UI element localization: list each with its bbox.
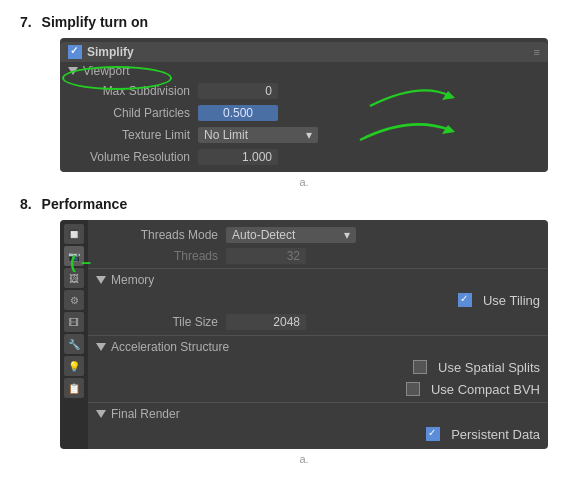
section7-number: 7. <box>20 14 32 30</box>
section8-header: 8. Performance <box>20 196 548 212</box>
child-particles-label: Child Particles <box>68 106 198 120</box>
panel-options-icon: ≡ <box>534 46 540 58</box>
divider-1 <box>88 268 548 269</box>
threads-mode-dropdown[interactable]: Auto-Detect ▾ <box>226 227 356 243</box>
section8-footnote: a. <box>60 453 548 465</box>
final-render-collapse-icon <box>96 410 106 418</box>
accel-subheader[interactable]: Acceleration Structure <box>88 338 548 356</box>
section7-footnote: a. <box>60 176 548 188</box>
spatial-splits-row: Use Spatial Splits <box>88 356 548 378</box>
texture-limit-chevron: ▾ <box>306 128 312 142</box>
divider-2 <box>88 335 548 336</box>
volume-resolution-label: Volume Resolution <box>68 150 198 164</box>
spatial-splits-checkbox[interactable] <box>413 360 427 374</box>
threads-label: Threads <box>96 249 226 263</box>
child-particles-value[interactable]: 0.500 <box>198 105 278 121</box>
viewport-label: Viewport <box>83 64 129 78</box>
divider-3 <box>88 402 548 403</box>
texture-limit-label: Texture Limit <box>68 128 198 142</box>
persistent-data-label: Persistent Data <box>451 427 540 442</box>
volume-resolution-row: Volume Resolution 1.000 <box>60 146 548 168</box>
sidebar-icon-5[interactable]: 🎞 <box>64 312 84 332</box>
blender-sidebar: 🔲 📷 🖼 ⚙ 🎞 🔧 💡 📋 <box>60 220 88 449</box>
section8-title: Performance <box>42 196 128 212</box>
section7-title: Simplify turn on <box>42 14 149 30</box>
sidebar-icon-4[interactable]: ⚙ <box>64 290 84 310</box>
tile-size-label: Tile Size <box>96 315 226 329</box>
simplify-panel: Simplify ≡ Viewport Max Subdivision 0 Ch… <box>60 38 548 172</box>
texture-limit-dropdown[interactable]: No Limit ▾ <box>198 127 318 143</box>
viewport-collapse-icon <box>68 67 78 75</box>
threads-mode-row: Threads Mode Auto-Detect ▾ <box>88 224 548 246</box>
final-render-subheader[interactable]: Final Render <box>88 405 548 423</box>
accel-label: Acceleration Structure <box>111 340 229 354</box>
compact-bvh-label: Use Compact BVH <box>431 382 540 397</box>
max-subdivision-label: Max Subdivision <box>68 84 198 98</box>
threads-mode-chevron: ▾ <box>344 228 350 242</box>
tile-size-value[interactable]: 2048 <box>226 314 306 330</box>
sidebar-icon-camera[interactable]: 📷 <box>64 246 84 266</box>
viewport-subheader[interactable]: Viewport <box>60 62 548 80</box>
simplify-checkbox[interactable] <box>68 45 82 59</box>
use-tiling-row: Use Tiling <box>88 289 548 311</box>
use-tiling-checkbox[interactable] <box>458 293 472 307</box>
spatial-splits-label: Use Spatial Splits <box>438 360 540 375</box>
sidebar-icon-1[interactable]: 🔲 <box>64 224 84 244</box>
section8-number: 8. <box>20 196 32 212</box>
sidebar-icon-3[interactable]: 🖼 <box>64 268 84 288</box>
accel-collapse-icon <box>96 343 106 351</box>
threads-subrow: Threads 32 <box>88 246 548 266</box>
texture-limit-value: No Limit <box>204 128 248 142</box>
threads-mode-value: Auto-Detect <box>232 228 295 242</box>
texture-limit-row: Texture Limit No Limit ▾ <box>60 124 548 146</box>
simplify-label: Simplify <box>87 45 134 59</box>
compact-bvh-row: Use Compact BVH <box>88 378 548 400</box>
tile-size-row: Tile Size 2048 <box>88 311 548 333</box>
sidebar-icon-8[interactable]: 📋 <box>64 378 84 398</box>
sidebar-icon-6[interactable]: 🔧 <box>64 334 84 354</box>
max-subdivision-row: Max Subdivision 0 <box>60 80 548 102</box>
threads-value[interactable]: 32 <box>226 248 306 264</box>
volume-resolution-value[interactable]: 1.000 <box>198 149 278 165</box>
memory-collapse-icon <box>96 276 106 284</box>
simplify-panel-header[interactable]: Simplify ≡ <box>60 42 548 62</box>
compact-bvh-checkbox[interactable] <box>406 382 420 396</box>
max-subdivision-value[interactable]: 0 <box>198 83 278 99</box>
performance-panel-container: 🔲 📷 🖼 ⚙ 🎞 🔧 💡 📋 Threads Mode Auto-Detect… <box>60 220 548 449</box>
memory-subheader[interactable]: Memory <box>88 271 548 289</box>
section7-header: 7. Simplify turn on <box>20 14 548 30</box>
use-tiling-label: Use Tiling <box>483 293 540 308</box>
final-render-label: Final Render <box>111 407 180 421</box>
persistent-data-checkbox[interactable] <box>426 427 440 441</box>
sidebar-icon-7[interactable]: 💡 <box>64 356 84 376</box>
child-particles-row: Child Particles 0.500 <box>60 102 548 124</box>
memory-label: Memory <box>111 273 154 287</box>
performance-panel: Threads Mode Auto-Detect ▾ Threads 32 Me… <box>88 220 548 449</box>
persistent-data-row: Persistent Data <box>88 423 548 445</box>
threads-mode-label: Threads Mode <box>96 228 226 242</box>
